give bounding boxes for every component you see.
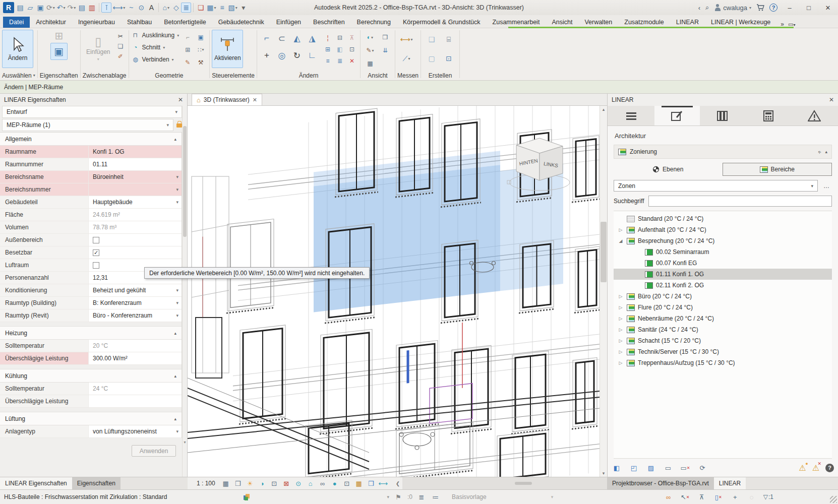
project-properties-icon[interactable]: ▤ bbox=[15, 3, 25, 13]
tree-item-standard-20-c[interactable]: Standard (20 °C / 24 °C) bbox=[614, 213, 832, 224]
bottom-tab-linear-eigenschaften[interactable]: LINEAR Eigenschaften bbox=[0, 477, 72, 489]
ribbon-tab-betonfertigteile[interactable]: Betonfertigteile bbox=[158, 17, 212, 28]
delete-icon[interactable]: ✕ bbox=[347, 56, 356, 66]
ribbon-tab-körpermodell-grundstück[interactable]: Körpermodell & Grundstück bbox=[397, 17, 487, 28]
tree-item-00-02-seminarraum[interactable]: 00.02 Seminarraum bbox=[614, 246, 832, 258]
ribbon-tab-ingenieurbau[interactable]: Ingenieurbau bbox=[72, 17, 121, 28]
section-header-allgemein[interactable]: Allgemein▴ bbox=[0, 133, 182, 146]
visual-style-icon[interactable]: ❒ bbox=[232, 478, 244, 488]
areas-toggle[interactable]: Bereiche bbox=[723, 163, 832, 176]
ribbon-tab-zusatzmodule[interactable]: Zusatzmodule bbox=[618, 17, 670, 28]
design-options-dialog-icon[interactable]: ≔ bbox=[431, 492, 441, 502]
maximize-button[interactable]: □ bbox=[802, 4, 816, 12]
property-value-bereichsnummer[interactable]: ▾ bbox=[89, 183, 182, 196]
collapse-panel-icon[interactable]: « bbox=[817, 149, 823, 155]
bottom-tab-linear[interactable]: LINEAR bbox=[714, 477, 746, 489]
edit-tab-icon[interactable] bbox=[654, 106, 700, 125]
checkbox[interactable]: ✓ bbox=[93, 249, 99, 256]
panel-label-geometry[interactable]: Geometrie bbox=[131, 71, 208, 80]
create-group-icon[interactable]: ▢ bbox=[427, 53, 437, 64]
override-graphics-icon[interactable]: ✎▾ bbox=[366, 46, 375, 55]
close-button[interactable]: ✕ bbox=[821, 4, 835, 12]
view-tab-3d-trinkwasser[interactable]: ⌂ 3D (Trinkwasser) ✕ bbox=[192, 94, 262, 105]
tree-item-aufenthalt-20-c[interactable]: ▷Aufenthalt (20 °C / 24 °C) bbox=[614, 224, 832, 235]
qat-customize-icon[interactable]: ▾ bbox=[238, 3, 249, 13]
wall-joins-icon[interactable]: ⊞ bbox=[183, 45, 192, 54]
properties-scrollbar[interactable]: ▾ bbox=[182, 106, 187, 477]
tree-item-büro-20-c-24[interactable]: ▷Büro (20 °C / 24 °C) bbox=[614, 291, 832, 302]
print-icon[interactable]: ▤ bbox=[77, 3, 87, 13]
delete-area-icon[interactable]: ▭✕ bbox=[680, 463, 690, 473]
ribbon-tab-gebäudetechnik[interactable]: Gebäudetechnik bbox=[212, 17, 270, 28]
view-cube[interactable]: HINTEN LINKS bbox=[506, 132, 577, 195]
panel-label-create[interactable]: Erstellen bbox=[423, 71, 457, 80]
split-element-icon[interactable]: ¦ bbox=[323, 33, 332, 42]
offset-icon[interactable]: ⊂ bbox=[277, 33, 287, 43]
editing-requests-icon[interactable]: ⚑ bbox=[393, 492, 403, 502]
family-types-icon[interactable]: ⊞ bbox=[54, 31, 64, 41]
create-parts-icon[interactable]: ❑ bbox=[427, 34, 437, 44]
zones-dropdown[interactable]: Zonen ▾ bbox=[614, 180, 818, 192]
split-gap-icon[interactable]: ⊟ bbox=[335, 33, 344, 42]
draw-zone-node-icon[interactable]: ◰ bbox=[629, 463, 639, 473]
search-icon[interactable]: ⌕ bbox=[705, 4, 709, 12]
property-value-raumnummer[interactable]: 01.11 bbox=[89, 158, 182, 170]
displace-icon[interactable]: ▦ bbox=[366, 59, 375, 68]
sun-path-icon[interactable]: ☀ bbox=[245, 478, 256, 488]
sync-icon[interactable]: ⟳▾ bbox=[45, 3, 56, 13]
section-header-lüftung[interactable]: Lüftung▴ bbox=[0, 412, 182, 425]
tree-item-treppenhaus-aufzug[interactable]: ▷Treppenhaus/Aufzug (15 °C / 30 °C) bbox=[614, 357, 832, 368]
align-right-icon[interactable]: ≣ bbox=[335, 56, 344, 66]
model-canvas[interactable]: HINTEN LINKS bbox=[188, 106, 600, 477]
warning-clear-icon[interactable]: ⚠✕ bbox=[812, 463, 819, 473]
property-value-au-enbereich[interactable] bbox=[89, 234, 182, 246]
select-underlay-icon[interactable]: ↖✕ bbox=[680, 492, 690, 502]
design-option-select[interactable]: Basisvorlage ▾ bbox=[452, 493, 553, 500]
panel-label-controls[interactable]: Steuerelemente bbox=[212, 71, 255, 80]
panel-label-modify[interactable]: Ändern bbox=[259, 71, 358, 80]
unlock-home-icon[interactable]: ⌂ bbox=[305, 478, 316, 488]
spline-icon[interactable]: ~ bbox=[126, 3, 136, 13]
tag-icon[interactable]: ⊙ bbox=[136, 3, 146, 13]
selection-box-icon[interactable]: ❒ bbox=[381, 33, 390, 42]
detail-level-icon[interactable]: ▦ bbox=[220, 478, 231, 488]
undo-icon[interactable]: ↶▾ bbox=[56, 3, 67, 13]
worksets-control[interactable]: ▾ ⚑ :0 ≣ ≔ bbox=[387, 492, 441, 502]
zones-more-button[interactable]: … bbox=[821, 181, 832, 191]
panel-label-clipboard[interactable]: Zwischenablage bbox=[83, 71, 127, 80]
select-pinned-icon[interactable]: ⊼ bbox=[697, 492, 707, 502]
ribbon-tab-datei[interactable]: Datei bbox=[3, 17, 30, 28]
open-icon[interactable]: ▱ bbox=[25, 3, 35, 13]
tree-item-flure-20-c-24[interactable]: ▷Flure (20 °C / 24 °C) bbox=[614, 302, 832, 313]
array-icon[interactable]: ⊞ bbox=[323, 45, 332, 54]
trim-extend-icon[interactable]: ∟ bbox=[307, 50, 317, 60]
ribbon-tab-beschriften[interactable]: Beschriften bbox=[307, 17, 351, 28]
lock-icon[interactable] bbox=[176, 123, 182, 128]
ribbon-tab-stahlbau[interactable]: Stahlbau bbox=[121, 17, 158, 28]
drag-on-selection-icon[interactable]: + bbox=[730, 492, 740, 502]
demolish-icon[interactable]: ⚒ bbox=[196, 58, 205, 67]
help-icon[interactable]: ? bbox=[769, 4, 777, 12]
redo-icon[interactable]: ↷▾ bbox=[67, 3, 77, 13]
collapse-infocenter-icon[interactable]: ‹ bbox=[698, 4, 700, 12]
ribbon-tab-berechnung[interactable]: Berechnung bbox=[351, 17, 397, 28]
library-tab-icon[interactable] bbox=[700, 106, 746, 125]
geometry-tool-verbinden[interactable]: ◍Verbinden▾ bbox=[131, 54, 174, 65]
rotate-icon[interactable]: ↻ bbox=[292, 50, 302, 60]
paste-button[interactable]: ▯ Einfügen ▾ bbox=[83, 30, 114, 68]
mirror-axis-icon[interactable]: ◭ bbox=[292, 33, 302, 43]
property-value-überschlägige-leistung[interactable] bbox=[89, 395, 182, 407]
modify-pin-icon[interactable]: ⊺ bbox=[101, 3, 111, 13]
close-icon[interactable]: ✕ bbox=[178, 96, 183, 103]
modify-button[interactable]: Ändern bbox=[2, 30, 33, 68]
lock-view-icon[interactable]: ⊙ bbox=[293, 478, 304, 488]
design-dropdown[interactable]: Entwurf▾ bbox=[2, 106, 182, 118]
tree-item-sanitär-24-c-2[interactable]: ▷Sanitär (24 °C / 24 °C) bbox=[614, 324, 832, 335]
tree-item-02-11-konfi-2-og[interactable]: 02.11 Konfi 2. OG bbox=[614, 280, 832, 291]
bottom-tab-eigenschaften[interactable]: Eigenschaften bbox=[72, 477, 121, 489]
property-value-raumtyp-building[interactable]: B: Konferenzraum▾ bbox=[89, 297, 182, 309]
expander-icon[interactable]: ▷ bbox=[618, 316, 624, 321]
selection-type-dropdown[interactable]: MEP-Räume (1)▾ bbox=[2, 119, 173, 131]
ribbon-tab-linear-werkzeuge[interactable]: LINEAR | Werkzeuge bbox=[705, 17, 776, 28]
expander-icon[interactable]: ▷ bbox=[618, 294, 624, 299]
